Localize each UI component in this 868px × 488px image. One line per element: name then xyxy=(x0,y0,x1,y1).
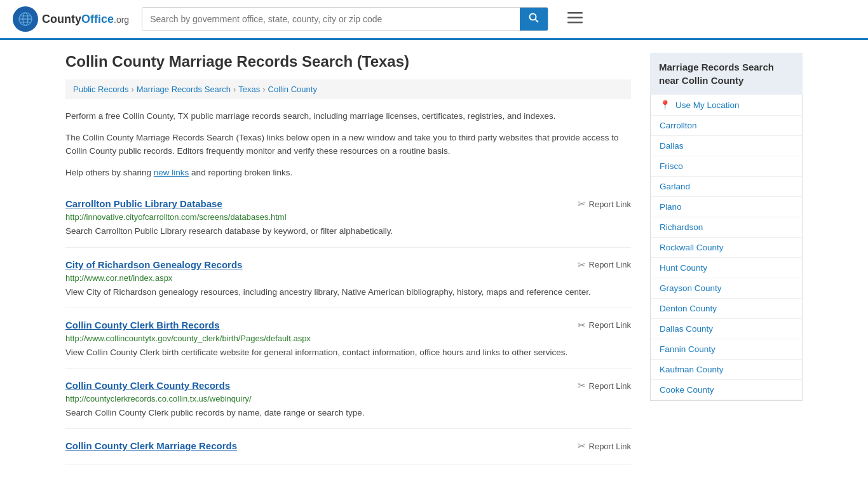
breadcrumb: Public Records › Marriage Records Search… xyxy=(65,79,631,99)
sidebar-link-kaufman[interactable]: Kaufman County xyxy=(651,360,802,380)
sidebar-link-cooke[interactable]: Cooke County xyxy=(651,380,802,400)
report-icon: ✂ xyxy=(578,259,586,271)
logo-text: CountyOffice.org xyxy=(42,13,129,26)
sidebar-link-fannin[interactable]: Fannin County xyxy=(651,339,802,360)
sidebar-link-dallas[interactable]: Dallas xyxy=(651,136,802,156)
result-url: http://www.cor.net/index.aspx xyxy=(65,273,631,283)
results-list: Carrollton Public Library Database ✂ Rep… xyxy=(65,187,631,464)
result-url: http://countyclerkrecords.co.collin.tx.u… xyxy=(65,394,631,403)
result-item: Carrollton Public Library Database ✂ Rep… xyxy=(65,187,631,247)
sidebar-link-denton[interactable]: Denton County xyxy=(651,299,802,319)
search-bar xyxy=(142,7,548,31)
search-input[interactable] xyxy=(142,8,520,30)
description-1: Perform a free Collin County, TX public … xyxy=(65,109,631,123)
breadcrumb-collin-county[interactable]: Collin County xyxy=(268,85,317,94)
report-icon: ✂ xyxy=(578,198,586,210)
result-title-row: Collin County Clerk Marriage Records ✂ R… xyxy=(65,440,631,452)
report-link-button[interactable]: ✂ Report Link xyxy=(578,440,631,452)
bc-sep-1: › xyxy=(131,85,133,94)
result-desc: Search Collin County Clerk public record… xyxy=(65,407,631,419)
result-item: Collin County Clerk County Records ✂ Rep… xyxy=(65,369,631,429)
result-url: http://innovative.cityofcarrollton.com/s… xyxy=(65,212,631,222)
result-title-row: Collin County Clerk County Records ✂ Rep… xyxy=(65,380,631,391)
result-desc: View City of Richardson genealogy resour… xyxy=(65,286,631,299)
result-url: http://www.collincountytx.gov/county_cle… xyxy=(65,334,631,343)
result-title-link[interactable]: Collin County Clerk Marriage Records xyxy=(65,440,237,451)
description-3: Help others by sharing new links and rep… xyxy=(65,166,631,180)
sidebar-section: 📍 Use My Location Carrollton Dallas Fris… xyxy=(650,95,803,401)
report-label: Report Link xyxy=(589,260,631,269)
sidebar-link-rockwall[interactable]: Rockwall County xyxy=(651,238,802,258)
svg-rect-10 xyxy=(567,22,583,24)
use-my-location-row[interactable]: 📍 Use My Location xyxy=(651,95,802,116)
sidebar-link-garland[interactable]: Garland xyxy=(651,177,802,197)
new-links-link[interactable]: new links xyxy=(154,168,189,177)
svg-rect-8 xyxy=(567,12,583,14)
sidebar-link-richardson[interactable]: Richardson xyxy=(651,217,802,238)
header: CountyOffice.org xyxy=(0,0,868,40)
result-title-link[interactable]: Carrollton Public Library Database xyxy=(65,198,222,209)
result-item: Collin County Clerk Birth Records ✂ Repo… xyxy=(65,308,631,369)
desc3-pre: Help others by sharing xyxy=(65,168,154,177)
report-link-button[interactable]: ✂ Report Link xyxy=(578,380,631,391)
result-title-link[interactable]: Collin County Clerk County Records xyxy=(65,380,230,391)
report-label: Report Link xyxy=(589,200,631,209)
menu-button[interactable] xyxy=(567,11,583,27)
result-item: Collin County Clerk Marriage Records ✂ R… xyxy=(65,429,631,464)
report-icon: ✂ xyxy=(578,320,586,331)
pin-icon: 📍 xyxy=(660,100,670,110)
sidebar-link-carrollton[interactable]: Carrollton xyxy=(651,116,802,136)
page-title: Collin County Marriage Records Search (T… xyxy=(65,53,631,71)
report-label: Report Link xyxy=(589,442,631,451)
sidebar-title: Marriage Records Search near Collin Coun… xyxy=(650,53,803,95)
report-link-button[interactable]: ✂ Report Link xyxy=(578,259,631,271)
description-2: The Collin County Marriage Records Searc… xyxy=(65,131,631,158)
svg-line-7 xyxy=(536,20,539,23)
breadcrumb-public-records[interactable]: Public Records xyxy=(73,85,128,94)
logo-ext: .org xyxy=(114,15,129,25)
bc-sep-2: › xyxy=(233,85,236,94)
report-label: Report Link xyxy=(589,320,631,330)
breadcrumb-texas[interactable]: Texas xyxy=(238,85,260,94)
breadcrumb-marriage-records[interactable]: Marriage Records Search xyxy=(137,85,231,94)
sidebar-link-dallas-county[interactable]: Dallas County xyxy=(651,319,802,339)
report-icon: ✂ xyxy=(578,380,586,391)
result-title-row: City of Richardson Genealogy Records ✂ R… xyxy=(65,259,631,271)
report-icon: ✂ xyxy=(578,440,586,452)
report-link-button[interactable]: ✂ Report Link xyxy=(578,320,631,331)
use-my-location-link[interactable]: Use My Location xyxy=(675,100,740,110)
report-label: Report Link xyxy=(589,381,631,391)
search-button[interactable] xyxy=(520,8,548,30)
sidebar: Marriage Records Search near Collin Coun… xyxy=(650,53,803,464)
logo-icon xyxy=(13,6,38,32)
svg-point-6 xyxy=(530,14,536,20)
sidebar-link-hunt[interactable]: Hunt County xyxy=(651,258,802,278)
result-title-link[interactable]: Collin County Clerk Birth Records xyxy=(65,320,220,330)
content-area: Collin County Marriage Records Search (T… xyxy=(65,53,631,464)
svg-rect-9 xyxy=(567,17,583,19)
main-wrap: Collin County Marriage Records Search (T… xyxy=(53,40,815,477)
report-link-button[interactable]: ✂ Report Link xyxy=(578,198,631,210)
logo-area[interactable]: CountyOffice.org xyxy=(13,6,129,32)
desc3-post: and reporting broken links. xyxy=(189,168,292,177)
result-item: City of Richardson Genealogy Records ✂ R… xyxy=(65,248,631,308)
result-title-row: Collin County Clerk Birth Records ✂ Repo… xyxy=(65,320,631,331)
sidebar-link-frisco[interactable]: Frisco xyxy=(651,156,802,177)
result-desc: Search Carrollton Public Library researc… xyxy=(65,225,631,238)
result-title-link[interactable]: City of Richardson Genealogy Records xyxy=(65,259,242,270)
sidebar-link-plano[interactable]: Plano xyxy=(651,197,802,217)
bc-sep-3: › xyxy=(262,85,265,94)
result-title-row: Carrollton Public Library Database ✂ Rep… xyxy=(65,198,631,210)
sidebar-link-grayson[interactable]: Grayson County xyxy=(651,278,802,299)
result-desc: View Collin County Clerk birth certifica… xyxy=(65,346,631,359)
